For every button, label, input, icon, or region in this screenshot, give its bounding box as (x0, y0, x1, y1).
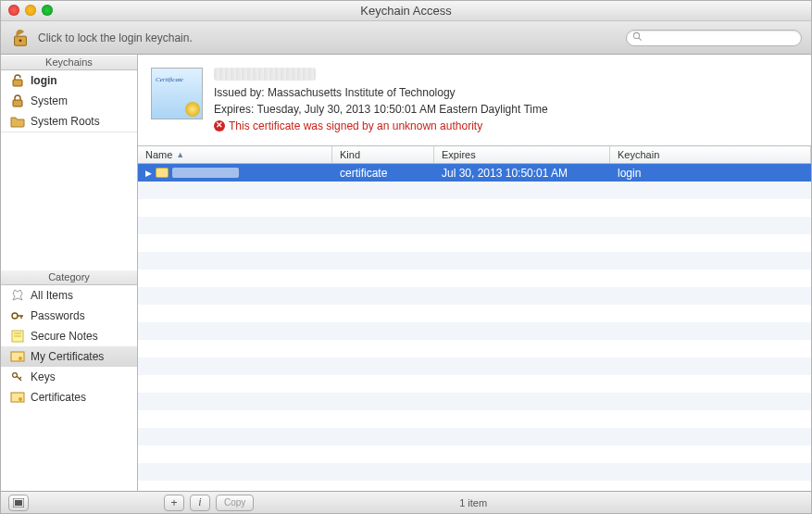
all-items-icon (10, 288, 25, 303)
disclosure-triangle-icon[interactable]: ▶ (145, 169, 152, 178)
table-header: Name ▲ Kind Expires Keychain (138, 146, 811, 164)
category-item-my-certificates[interactable]: My Certificates (1, 346, 137, 367)
sidebar-item-label: Keys (31, 370, 56, 383)
row-keychain: login (610, 167, 811, 180)
padlock-closed-icon (10, 94, 25, 108)
lock-keychain-icon[interactable] (10, 28, 31, 48)
svg-point-14 (19, 397, 22, 401)
svg-point-1 (19, 39, 22, 42)
add-item-button[interactable]: + (164, 495, 184, 511)
svg-point-6 (12, 313, 18, 319)
note-icon (10, 329, 25, 344)
svg-rect-10 (11, 352, 24, 361)
keychains-section-header: Keychains (1, 55, 137, 70)
warning-text: This certificate was signed by an unknow… (229, 118, 482, 134)
sidebar-spacer (1, 132, 137, 270)
column-header-keychain[interactable]: Keychain (610, 146, 811, 163)
toolbar: Click to lock the login keychain. (1, 21, 811, 55)
svg-rect-4 (13, 80, 22, 86)
issued-by-text: Issued by: Massachusetts Institute of Te… (214, 84, 548, 101)
certificate-name-obscured (214, 68, 316, 81)
folder-icon (10, 114, 25, 129)
key-icon (10, 308, 25, 323)
search-field[interactable] (626, 30, 802, 46)
bottom-toolbar: + i Copy 1 item (1, 491, 811, 513)
column-header-expires[interactable]: Expires (434, 146, 610, 163)
close-window-button[interactable] (8, 5, 19, 16)
sidebar-item-label: Certificates (31, 391, 86, 404)
view-toggle-button[interactable] (8, 495, 29, 511)
svg-rect-13 (11, 393, 24, 402)
row-name-obscured (172, 168, 239, 178)
minimize-window-button[interactable] (25, 5, 36, 16)
certificate-detail: Issued by: Massachusetts Institute of Te… (138, 55, 811, 146)
sidebar: Keychains login System System Roots (1, 55, 138, 491)
error-icon: ✕ (214, 120, 225, 132)
keychain-item-system-roots[interactable]: System Roots (1, 111, 137, 132)
sidebar-item-label: System Roots (31, 115, 100, 128)
titlebar: Keychain Access (1, 1, 811, 21)
svg-point-12 (13, 373, 18, 378)
zoom-window-button[interactable] (42, 5, 53, 16)
traffic-lights (8, 5, 53, 16)
sidebar-item-label: Passwords (31, 309, 85, 322)
certificate-icon (10, 390, 25, 405)
keychain-item-login[interactable]: login (1, 70, 137, 91)
copy-button[interactable]: Copy (216, 495, 254, 511)
certificate-thumbnail-icon (151, 68, 203, 119)
sidebar-item-label: System (31, 94, 68, 107)
keychains-list: login System System Roots (1, 70, 137, 132)
certificate-warning: ✕ This certificate was signed by an unkn… (214, 118, 548, 134)
keychain-item-system[interactable]: System (1, 91, 137, 111)
category-item-certificates[interactable]: Certificates (1, 387, 137, 407)
info-button[interactable]: i (190, 495, 210, 511)
category-item-keys[interactable]: Keys (1, 367, 137, 387)
svg-point-11 (19, 357, 22, 360)
keys-icon (10, 370, 25, 384)
column-header-name[interactable]: Name ▲ (138, 146, 332, 163)
search-icon (632, 31, 646, 44)
padlock-open-icon (10, 73, 25, 88)
table-row[interactable]: ▶ certificate Jul 30, 2013 10:50:01 AM l… (138, 164, 811, 182)
category-item-secure-notes[interactable]: Secure Notes (1, 326, 137, 346)
status-text: 1 item (259, 497, 687, 508)
category-item-all-items[interactable]: All Items (1, 285, 137, 306)
certificate-icon (10, 349, 25, 364)
row-expires: Jul 30, 2013 10:50:01 AM (434, 167, 610, 180)
window-title: Keychain Access (360, 4, 451, 18)
sidebar-item-label: My Certificates (31, 350, 104, 363)
search-input[interactable] (646, 32, 795, 44)
svg-line-3 (639, 37, 642, 40)
sidebar-item-label: login (31, 74, 57, 87)
sidebar-item-label: All Items (31, 289, 73, 302)
table-empty-rows (138, 182, 811, 481)
expires-text: Expires: Tuesday, July 30, 2013 10:50:01… (214, 101, 548, 118)
certificate-icon (156, 168, 169, 178)
row-kind: certificate (332, 167, 434, 180)
sort-ascending-icon: ▲ (176, 150, 184, 159)
category-item-passwords[interactable]: Passwords (1, 306, 137, 326)
column-header-kind[interactable]: Kind (332, 146, 434, 163)
sidebar-item-label: Secure Notes (31, 330, 98, 343)
category-list: All Items Passwords Secure Notes My Cert… (1, 285, 137, 491)
svg-rect-16 (15, 500, 22, 506)
table-body: ▶ certificate Jul 30, 2013 10:50:01 AM l… (138, 164, 811, 491)
svg-rect-5 (13, 100, 22, 107)
lock-hint-text: Click to lock the login keychain. (38, 31, 193, 44)
content-pane: Issued by: Massachusetts Institute of Te… (138, 55, 811, 491)
category-section-header: Category (1, 270, 137, 285)
svg-point-2 (633, 32, 639, 38)
